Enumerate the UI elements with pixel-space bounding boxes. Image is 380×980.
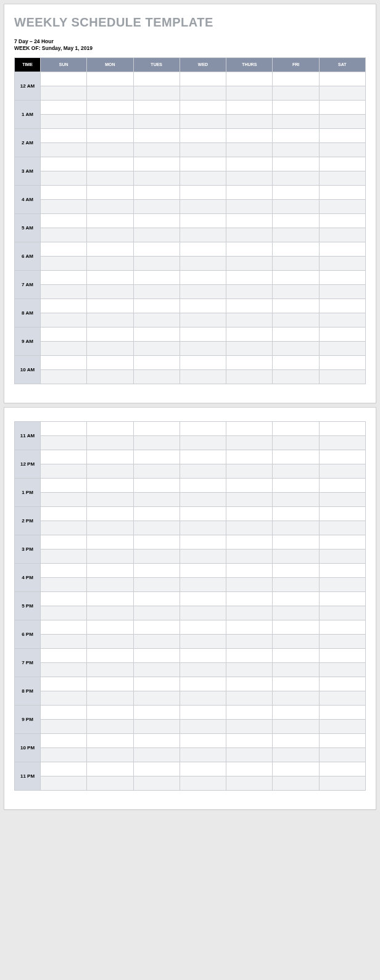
schedule-cell[interactable]	[273, 478, 319, 492]
schedule-cell[interactable]	[41, 213, 87, 228]
schedule-cell[interactable]	[41, 242, 87, 256]
schedule-cell[interactable]	[133, 606, 180, 620]
schedule-cell[interactable]	[180, 521, 226, 535]
schedule-cell[interactable]	[41, 199, 87, 213]
schedule-cell[interactable]	[41, 677, 87, 691]
schedule-cell[interactable]	[180, 256, 226, 270]
schedule-cell[interactable]	[41, 506, 87, 521]
schedule-cell[interactable]	[180, 492, 226, 506]
schedule-cell[interactable]	[273, 228, 319, 242]
schedule-cell[interactable]	[226, 606, 273, 620]
schedule-cell[interactable]	[226, 577, 273, 591]
schedule-cell[interactable]	[180, 228, 226, 242]
schedule-cell[interactable]	[133, 299, 180, 313]
schedule-cell[interactable]	[180, 535, 226, 549]
schedule-cell[interactable]	[273, 521, 319, 535]
schedule-cell[interactable]	[41, 171, 87, 185]
schedule-cell[interactable]	[273, 256, 319, 270]
schedule-cell[interactable]	[273, 733, 319, 747]
schedule-cell[interactable]	[273, 72, 319, 86]
schedule-cell[interactable]	[133, 747, 180, 762]
schedule-cell[interactable]	[133, 256, 180, 270]
schedule-cell[interactable]	[87, 213, 133, 228]
schedule-cell[interactable]	[41, 591, 87, 606]
schedule-cell[interactable]	[41, 762, 87, 776]
schedule-cell[interactable]	[133, 620, 180, 634]
schedule-cell[interactable]	[226, 421, 273, 435]
schedule-cell[interactable]	[87, 606, 133, 620]
schedule-cell[interactable]	[133, 142, 180, 157]
schedule-cell[interactable]	[41, 450, 87, 464]
schedule-cell[interactable]	[226, 620, 273, 634]
schedule-cell[interactable]	[133, 634, 180, 648]
schedule-cell[interactable]	[41, 747, 87, 762]
schedule-cell[interactable]	[41, 620, 87, 634]
schedule-cell[interactable]	[87, 421, 133, 435]
schedule-cell[interactable]	[87, 199, 133, 213]
schedule-cell[interactable]	[87, 369, 133, 384]
schedule-cell[interactable]	[319, 185, 365, 199]
schedule-cell[interactable]	[180, 762, 226, 776]
schedule-cell[interactable]	[87, 691, 133, 705]
schedule-cell[interactable]	[41, 100, 87, 114]
schedule-cell[interactable]	[41, 341, 87, 355]
schedule-cell[interactable]	[319, 492, 365, 506]
schedule-cell[interactable]	[87, 341, 133, 355]
schedule-cell[interactable]	[41, 705, 87, 719]
schedule-cell[interactable]	[226, 242, 273, 256]
schedule-cell[interactable]	[273, 171, 319, 185]
schedule-cell[interactable]	[319, 464, 365, 478]
schedule-cell[interactable]	[87, 313, 133, 327]
schedule-cell[interactable]	[87, 478, 133, 492]
schedule-cell[interactable]	[226, 199, 273, 213]
schedule-cell[interactable]	[180, 128, 226, 142]
schedule-cell[interactable]	[273, 747, 319, 762]
schedule-cell[interactable]	[180, 327, 226, 341]
schedule-cell[interactable]	[226, 450, 273, 464]
schedule-cell[interactable]	[273, 100, 319, 114]
schedule-cell[interactable]	[226, 762, 273, 776]
schedule-cell[interactable]	[133, 577, 180, 591]
schedule-cell[interactable]	[273, 776, 319, 790]
schedule-cell[interactable]	[273, 606, 319, 620]
schedule-cell[interactable]	[319, 762, 365, 776]
schedule-cell[interactable]	[226, 634, 273, 648]
schedule-cell[interactable]	[226, 705, 273, 719]
schedule-cell[interactable]	[273, 284, 319, 299]
schedule-cell[interactable]	[133, 213, 180, 228]
schedule-cell[interactable]	[41, 577, 87, 591]
schedule-cell[interactable]	[319, 313, 365, 327]
schedule-cell[interactable]	[133, 242, 180, 256]
schedule-cell[interactable]	[273, 648, 319, 662]
schedule-cell[interactable]	[180, 577, 226, 591]
schedule-cell[interactable]	[180, 355, 226, 369]
schedule-cell[interactable]	[133, 369, 180, 384]
schedule-cell[interactable]	[273, 421, 319, 435]
schedule-cell[interactable]	[180, 213, 226, 228]
schedule-cell[interactable]	[273, 577, 319, 591]
schedule-cell[interactable]	[180, 185, 226, 199]
schedule-cell[interactable]	[319, 435, 365, 450]
schedule-cell[interactable]	[180, 549, 226, 563]
schedule-cell[interactable]	[226, 677, 273, 691]
schedule-cell[interactable]	[226, 435, 273, 450]
schedule-cell[interactable]	[87, 128, 133, 142]
schedule-cell[interactable]	[319, 719, 365, 733]
schedule-cell[interactable]	[87, 270, 133, 284]
schedule-cell[interactable]	[41, 549, 87, 563]
schedule-cell[interactable]	[41, 142, 87, 157]
schedule-cell[interactable]	[87, 114, 133, 128]
schedule-cell[interactable]	[87, 355, 133, 369]
schedule-cell[interactable]	[41, 228, 87, 242]
schedule-cell[interactable]	[180, 677, 226, 691]
schedule-cell[interactable]	[41, 478, 87, 492]
schedule-cell[interactable]	[273, 128, 319, 142]
schedule-cell[interactable]	[87, 535, 133, 549]
schedule-cell[interactable]	[133, 733, 180, 747]
schedule-cell[interactable]	[87, 733, 133, 747]
schedule-cell[interactable]	[319, 606, 365, 620]
schedule-cell[interactable]	[133, 270, 180, 284]
schedule-cell[interactable]	[273, 591, 319, 606]
schedule-cell[interactable]	[180, 199, 226, 213]
schedule-cell[interactable]	[319, 199, 365, 213]
